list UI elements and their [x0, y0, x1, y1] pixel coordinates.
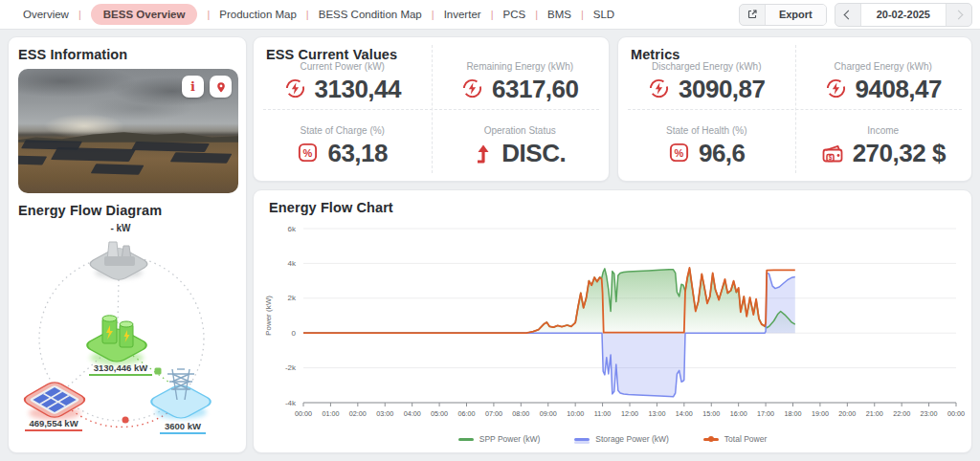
- nav-item-bess-condition-map[interactable]: BESS Condition Map: [319, 9, 422, 20]
- charged-energy-label: Charged Energy (kWh): [835, 61, 932, 72]
- transmission-tower-icon: [147, 369, 215, 420]
- income-value: 270,32 $: [853, 141, 946, 165]
- nav-item-bms[interactable]: BMS: [547, 9, 571, 20]
- x-tick-label: 01:00: [322, 409, 339, 418]
- current-power-value: 3130,44: [315, 77, 401, 101]
- y-tick-label: 2k: [288, 294, 297, 302]
- state-of-charge-label: State of Charge (%): [301, 125, 385, 136]
- top-actions: Export 20-02-2025: [739, 3, 972, 27]
- legend-label: Total Power: [724, 434, 767, 444]
- nav-item-inverter[interactable]: Inverter: [444, 9, 481, 20]
- legend-label: SPP Power (kW): [479, 434, 541, 444]
- info-button[interactable]: i: [182, 76, 204, 98]
- remaining-energy-cell: Remaining Energy (kWh) 6317,60: [432, 37, 610, 109]
- x-tick-label: 02:00: [349, 409, 367, 418]
- nav-item-sld[interactable]: SLD: [593, 9, 614, 20]
- operation-status-label: Operation Status: [484, 125, 556, 136]
- solar-array-shape: [91, 164, 145, 175]
- legend-marker: [703, 438, 719, 441]
- energy-flow-diagram: - kW 3130,446 kW: [18, 218, 238, 451]
- x-tick-label: 06:00: [458, 409, 476, 418]
- metrics-grid: Discharged Energy (kWh) 3090,87 Charged …: [618, 37, 971, 181]
- power-plant-icon: [86, 242, 151, 282]
- income-label: Income: [867, 125, 899, 136]
- x-tick-label: 08:00: [512, 409, 529, 418]
- x-tick-label: 17:00: [757, 409, 774, 418]
- prev-day-button[interactable]: [835, 4, 860, 26]
- battery-value-underline: [89, 374, 152, 376]
- green-flow-dot: [155, 368, 162, 375]
- current-power-label: Current Power (kW): [301, 61, 385, 72]
- solar-array-shape: [18, 156, 47, 165]
- tower-value-underline: [160, 432, 206, 434]
- x-tick-label: 19:00: [812, 409, 829, 418]
- solar-array-shape: [131, 142, 210, 152]
- power-cycle-icon: [284, 77, 306, 99]
- solar-array-shape: [170, 153, 233, 165]
- export-button[interactable]: Export: [739, 4, 827, 26]
- solar-value-underline: [25, 429, 82, 431]
- x-tick-label: 13:00: [648, 409, 665, 418]
- date-navigator: 20-02-2025: [835, 3, 972, 27]
- nav-item-production-map[interactable]: Production Map: [219, 9, 297, 20]
- y-tick-label: 4k: [288, 259, 297, 268]
- svg-text:%: %: [675, 147, 684, 159]
- grid-flow-value: - kW: [110, 223, 131, 233]
- legend-item[interactable]: SPP Power (kW): [458, 434, 541, 444]
- legend-marker: [458, 438, 474, 441]
- energy-flow-diagram-title: Energy Flow Diagram: [18, 203, 236, 218]
- x-tick-label: 12:00: [621, 409, 638, 418]
- y-tick-label: 6k: [288, 225, 297, 233]
- next-day-button[interactable]: [947, 4, 971, 26]
- nav-separator: |: [207, 9, 210, 20]
- svg-text:$: $: [828, 154, 832, 162]
- x-tick-label: 07:00: [485, 409, 502, 418]
- ess-current-values-card: ESS Current Values Current Power (kW) 31…: [253, 36, 610, 182]
- nav-item-bess-overview[interactable]: BESS Overview: [91, 4, 198, 25]
- charged-energy-value: 9408,47: [856, 77, 942, 101]
- x-tick-label: 00:00: [295, 409, 312, 418]
- x-tick-label: 05:00: [431, 409, 448, 418]
- top-nav-bar: Overview | BESS Overview | Production Ma…: [0, 0, 980, 30]
- legend-label: Storage Power (kW): [595, 434, 669, 444]
- x-tick-label: 16:00: [730, 409, 747, 418]
- x-tick-label: 11:00: [594, 409, 611, 418]
- tower-flow-value: 3600 kW: [165, 421, 201, 431]
- nav-item-overview[interactable]: Overview: [23, 9, 69, 20]
- arrow-up-icon: [474, 143, 493, 164]
- x-tick-label: 04:00: [404, 409, 421, 418]
- legend-item[interactable]: Total Power: [703, 434, 767, 444]
- discharged-energy-value: 3090,87: [679, 77, 765, 101]
- state-of-health-label: State of Health (%): [666, 125, 746, 136]
- power-cycle-icon: [825, 77, 847, 99]
- income-cell: Income $ 270,32 $: [795, 109, 972, 181]
- spp-area: [303, 269, 795, 333]
- state-of-health-value: 96,6: [699, 141, 746, 165]
- solar-panel-icon: [21, 380, 89, 420]
- external-link-icon: [740, 9, 765, 20]
- location-button[interactable]: [210, 76, 232, 98]
- nav-separator: |: [432, 9, 434, 20]
- charged-energy-cell: Charged Energy (kWh) 9408,47: [795, 37, 972, 109]
- energy-flow-chart[interactable]: 6k4k2k0-2k-4k00:0001:0002:0003:0004:0005…: [261, 221, 966, 433]
- current-values-grid: Current Power (kW) 3130,44 Remaining Ene…: [254, 37, 609, 181]
- flow-line-battery-grid: [118, 279, 119, 323]
- photo-buttons: i: [182, 76, 232, 98]
- y-tick-label: -2k: [285, 363, 297, 372]
- solar-array-shape: [51, 147, 136, 162]
- red-flow-dot: [122, 417, 129, 424]
- x-tick-label: 10:00: [567, 409, 584, 418]
- battery-icon: [83, 316, 151, 365]
- percent-icon: %: [668, 142, 690, 164]
- location-pin-icon: [214, 80, 228, 94]
- date-display[interactable]: 20-02-2025: [860, 4, 947, 26]
- nav-separator: |: [306, 9, 309, 20]
- discharged-energy-cell: Discharged Energy (kWh) 3090,87: [618, 37, 795, 109]
- legend-item[interactable]: Storage Power (kW): [574, 434, 669, 444]
- nav-separator: |: [491, 9, 494, 20]
- remaining-energy-value: 6317,60: [492, 77, 578, 101]
- energy-flow-chart-title: Energy Flow Chart: [269, 200, 964, 215]
- energy-flow-chart-card: Energy Flow Chart 6k4k2k0-2k-4k00:0001:0…: [253, 189, 972, 453]
- nav-item-pcs[interactable]: PCS: [502, 9, 525, 20]
- operation-status-value: DISC.: [501, 141, 566, 165]
